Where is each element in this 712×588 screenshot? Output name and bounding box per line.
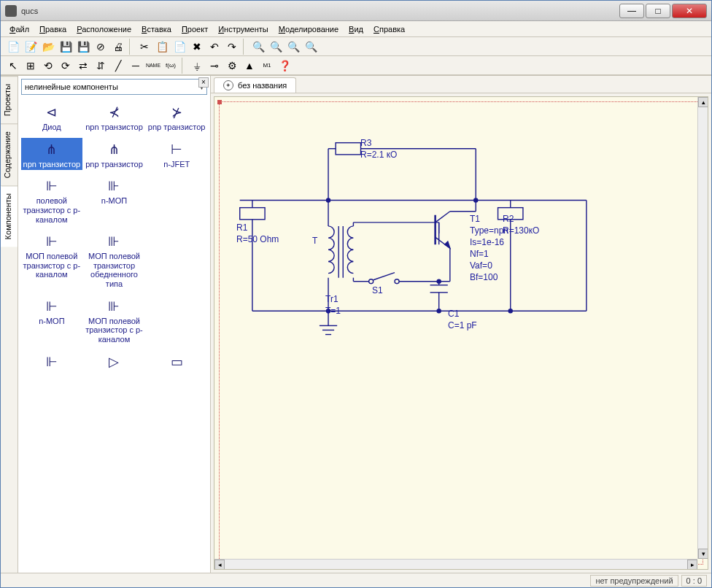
open-icon[interactable]: 📂 (40, 39, 56, 55)
palette-item[interactable] (146, 295, 207, 346)
palette-item[interactable]: ⊢n-JFET (146, 138, 207, 171)
palette-item[interactable]: ⊩n-МОП (21, 295, 82, 346)
document-tabbar: ✦ без названия (211, 76, 711, 93)
tab-projects[interactable]: Проекты (1, 76, 18, 123)
palette-item-label: pnp транзистор (147, 123, 206, 132)
label-t1-vaf: Vaf=0 (470, 260, 492, 271)
menu-tools[interactable]: Инструменты (214, 23, 273, 35)
gear-icon[interactable]: ⚙ (224, 58, 240, 74)
component-icon: ▭ (147, 352, 206, 372)
cut-icon[interactable]: ✂ (136, 39, 152, 55)
canvas-wrap: R3 R=2.1 кО R1 R=50 Ohm T Tr1 T=1 S1 C1 … (211, 93, 711, 573)
undo-icon[interactable]: ↶ (206, 39, 222, 55)
ground-icon[interactable]: ⏚ (189, 58, 205, 74)
status-coords: 0 : 0 (681, 575, 707, 587)
menu-project[interactable]: Проект (177, 23, 212, 35)
port-icon[interactable]: ⊸ (206, 58, 222, 74)
canvas-scrollbar-h[interactable]: ◂ ▸ (214, 559, 697, 569)
scroll-up-icon[interactable]: ▴ (698, 97, 708, 107)
mirror-icon[interactable]: ⇄ (75, 58, 91, 74)
schematic-canvas[interactable]: R3 R=2.1 кО R1 R=50 Ohm T Tr1 T=1 S1 C1 … (214, 96, 708, 570)
palette-item[interactable]: ⊩МОП полевой транзистор с p-каналом (21, 230, 82, 290)
rotate-cw-icon[interactable]: ⟳ (58, 58, 74, 74)
component-palette: × нелинейные компоненты ▾ ⊲Диод⊀npn тран… (18, 76, 211, 573)
palette-item[interactable]: ⊩ (21, 350, 82, 374)
new-file-icon[interactable]: 📄 (5, 39, 21, 55)
menu-simulation[interactable]: Моделирование (274, 23, 343, 35)
marker-icon[interactable]: M1 (259, 58, 275, 74)
palette-item-label: МОП полевой транзистор обедненного типа (85, 252, 144, 289)
palette-item[interactable]: ⊩полевой транзистор с p-каналом (21, 174, 82, 225)
palette-item[interactable] (146, 174, 207, 225)
menu-insert[interactable]: Вставка (137, 23, 176, 35)
status-warnings: нет предупреждений (590, 575, 678, 587)
palette-item[interactable]: ▷ (84, 350, 145, 374)
save-all-icon[interactable]: 💾 (75, 39, 91, 55)
zoom-out-icon[interactable]: 🔍 (268, 39, 284, 55)
scroll-right-icon[interactable]: ▸ (687, 560, 697, 570)
scroll-down-icon[interactable]: ▾ (698, 549, 708, 559)
canvas-scrollbar-v[interactable]: ▴ ▾ (697, 97, 708, 559)
close-button[interactable]: ✕ (672, 4, 707, 18)
component-icon: ⊁ (147, 102, 206, 123)
palette-item[interactable]: ⋔pnp транзистор (84, 138, 145, 171)
menu-edit[interactable]: Правка (35, 23, 71, 35)
palette-item-label: npn транзистор (85, 123, 144, 132)
palette-item[interactable]: ⊀npn транзистор (84, 101, 145, 134)
palette-item[interactable]: ⊁pnp транзистор (146, 101, 207, 134)
close-file-icon[interactable]: ⊘ (93, 39, 109, 55)
line-icon[interactable]: ╱ (110, 58, 126, 74)
zoom-in-icon[interactable]: 🔍 (250, 39, 266, 55)
palette-item[interactable]: ⊪МОП полевой транзистор с p-каналом (84, 295, 145, 346)
palette-item-label: МОП полевой транзистор с p-каналом (85, 317, 144, 344)
save-icon[interactable]: 💾 (58, 39, 74, 55)
minimize-button[interactable]: — (619, 4, 644, 18)
name-icon[interactable]: NAME (145, 58, 161, 74)
palette-item[interactable]: ⊲Диод (21, 101, 82, 134)
zoom-all-icon[interactable]: 🔍 (303, 39, 319, 55)
label-t1-is: Is=1e-16 (470, 237, 504, 247)
select-icon[interactable]: ↖ (5, 58, 21, 74)
delete-icon[interactable]: ✖ (189, 39, 205, 55)
tab-components[interactable]: Компоненты (1, 185, 18, 247)
palette-item[interactable]: ⊪n-МОП (84, 174, 145, 225)
tab-content[interactable]: Содержание (1, 123, 18, 185)
document-tab-label: без названия (238, 81, 287, 90)
palette-list[interactable]: ⊲Диод⊀npn транзистор⊁pnp транзистор⋔npn … (18, 98, 210, 573)
component-icon: ⊲ (23, 102, 81, 123)
flip-icon[interactable]: ⇵ (93, 58, 109, 74)
equation-icon[interactable]: f(ω) (163, 58, 179, 74)
new-text-icon[interactable]: 📝 (23, 39, 39, 55)
redo-icon[interactable]: ↷ (224, 39, 240, 55)
dropdown-label: нелинейные компоненты (25, 82, 118, 91)
zoom-fit-icon[interactable]: 🔍 (285, 39, 301, 55)
toolbar-2: ↖ ⊞ ⟲ ⟳ ⇄ ⇵ ╱ ─ NAME f(ω) ⏚ ⊸ ⚙ ▲ M1 ❓ (1, 56, 711, 75)
copy-icon[interactable]: 📋 (154, 39, 170, 55)
maximize-button[interactable]: □ (646, 4, 670, 18)
print-icon[interactable]: 🖨 (110, 39, 126, 55)
scroll-left-icon[interactable]: ◂ (214, 560, 225, 570)
wire-icon[interactable]: ─ (128, 58, 144, 74)
palette-item-label: МОП полевой транзистор с p-каналом (23, 252, 81, 279)
svg-point-18 (369, 279, 374, 284)
palette-item[interactable]: ▭ (146, 350, 207, 374)
label-r3-val: R=2.1 кО (360, 150, 397, 160)
sim-icon[interactable]: ▲ (241, 58, 258, 74)
menu-layout[interactable]: Расположение (72, 23, 136, 35)
menu-file[interactable]: Файл (5, 23, 34, 35)
palette-item[interactable]: ⋔npn транзистор (21, 138, 82, 171)
comp-icon-1[interactable]: ⊞ (23, 58, 39, 74)
palette-item[interactable]: ⊪МОП полевой транзистор обедненного типа (84, 230, 145, 290)
help-icon[interactable]: ❓ (276, 58, 293, 74)
menu-view[interactable]: Вид (344, 23, 368, 35)
menu-help[interactable]: Справка (369, 23, 409, 35)
rotate-ccw-icon[interactable]: ⟲ (40, 58, 56, 74)
palette-item-label: pnp транзистор (85, 160, 144, 169)
palette-item-label: n-МОП (23, 317, 81, 326)
palette-item[interactable] (146, 230, 207, 290)
component-icon (147, 231, 206, 252)
palette-close-icon[interactable]: × (198, 77, 209, 88)
document-tab[interactable]: ✦ без названия (214, 77, 296, 93)
paste-icon[interactable]: 📄 (171, 39, 187, 55)
palette-category-dropdown[interactable]: нелинейные компоненты ▾ (21, 79, 207, 95)
